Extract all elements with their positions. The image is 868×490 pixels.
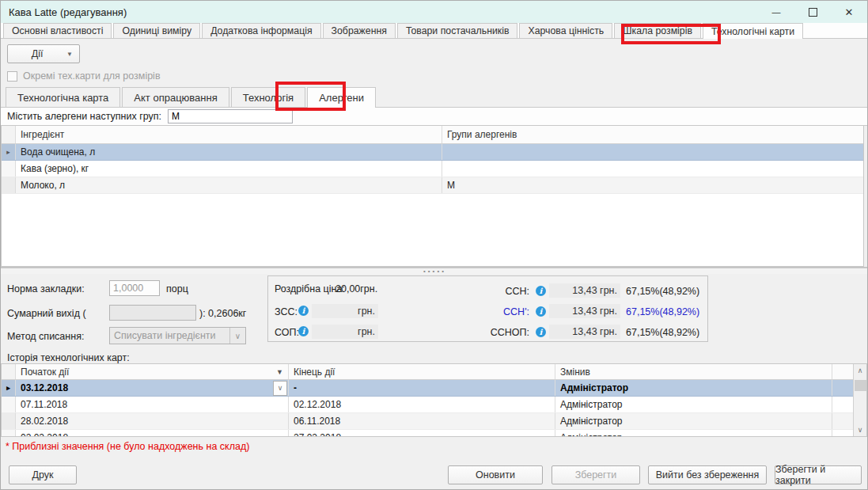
- column-header-ingredient[interactable]: Інгредієнт: [16, 126, 442, 143]
- ssn-value-field: 13,43 грн.: [549, 283, 620, 298]
- minimize-button[interactable]: —: [758, 1, 794, 23]
- checkbox-icon[interactable]: [7, 71, 17, 82]
- inner-tab-strip: Технологічна карта Акт опрацювання Техно…: [1, 86, 868, 108]
- tab-size-scale[interactable]: Шкала розмірів: [614, 23, 701, 38]
- info-icon[interactable]: i: [298, 326, 309, 336]
- top-tab-strip: Основні властивості Одиниці виміру Додат…: [1, 23, 868, 39]
- history-end-date: -: [289, 380, 555, 396]
- ssnop-percent: 67,15%(48,92%): [626, 327, 699, 338]
- history-table-header: Початок дії ▼ Кінець дії Змінив: [2, 364, 853, 380]
- history-start-date: 03.12.2018: [21, 382, 68, 393]
- column-header-end-date[interactable]: Кінець дії: [289, 364, 555, 379]
- table-row[interactable]: 28.02.2018 06.11.2018 Адміністратор: [2, 413, 853, 430]
- exit-without-saving-button[interactable]: Вийти без збереження: [648, 465, 767, 484]
- scrollbar-thumb[interactable]: [855, 380, 866, 391]
- history-table-body: Початок дії ▼ Кінець дії Змінив ▸ 03.12.…: [2, 364, 853, 436]
- ingredient-allergens: М: [442, 177, 863, 193]
- ingredients-table-header: Інгредієнт Групи алергенів: [2, 126, 863, 144]
- history-changed-by: Адміністратор: [555, 397, 832, 412]
- history-table: Початок дії ▼ Кінець дії Змінив ▸ 03.12.…: [1, 363, 867, 437]
- close-button[interactable]: ✕: [831, 1, 867, 23]
- print-button[interactable]: Друк: [9, 465, 77, 484]
- tab-additional-info[interactable]: Додаткова інформація: [202, 23, 320, 38]
- tab-units[interactable]: Одиниці виміру: [113, 23, 200, 38]
- table-row[interactable]: Молоко, л М: [2, 177, 863, 194]
- info-icon[interactable]: i: [536, 286, 546, 296]
- history-changed-by: Адміністратор: [555, 380, 832, 396]
- window-controls: — ✕: [758, 1, 867, 23]
- header-marker-cell: [2, 126, 16, 143]
- tab-allergens[interactable]: Алергени: [307, 87, 376, 108]
- tab-processing-act[interactable]: Акт опрацювання: [122, 87, 229, 107]
- table-row[interactable]: ▸ Вода очищена, л: [2, 144, 863, 161]
- row-spacer-cell: [832, 430, 853, 437]
- table-row[interactable]: 02.02.2018 27.02.2018 Адміністратор: [2, 430, 853, 437]
- ssn-prime-value-field: 13,43 грн.: [549, 304, 620, 318]
- tab-tech-card[interactable]: Технологічна карта: [6, 87, 120, 107]
- table-row[interactable]: 07.11.2018 02.12.2018 Адміністратор: [2, 397, 853, 413]
- row-spacer-cell: [832, 413, 853, 429]
- portion-norm-input[interactable]: [109, 280, 160, 296]
- zss-value-field: грн.: [312, 304, 378, 318]
- table-row[interactable]: Кава (зерно), кг: [2, 161, 863, 177]
- history-start-date: 28.02.2018: [16, 413, 289, 429]
- retail-price-value: 20,00грн.: [335, 283, 377, 294]
- row-marker-cell: [2, 413, 16, 429]
- ssnop-value-field: 13,43 грн.: [549, 325, 620, 339]
- allergen-filter-row: Містить алергени наступних груп:: [1, 108, 868, 126]
- history-end-date: 06.11.2018: [289, 413, 555, 429]
- save-button: Зберегти: [552, 465, 640, 484]
- tab-supplier-goods[interactable]: Товари постачальників: [397, 23, 518, 38]
- save-and-close-button[interactable]: Зберегти й закрити: [775, 465, 862, 484]
- window-title: Кава Latte (редагування): [9, 6, 127, 18]
- ssn-percent: 67,15%(48,92%): [626, 286, 699, 297]
- row-marker-icon: ▸: [2, 380, 16, 396]
- info-icon[interactable]: i: [298, 306, 309, 316]
- scroll-down-icon[interactable]: ∨: [854, 424, 866, 436]
- sop-value-field: грн.: [312, 325, 378, 339]
- tab-tech-cards[interactable]: Технологічні карти: [703, 23, 803, 39]
- refresh-button[interactable]: Оновити: [448, 465, 543, 484]
- retail-price-label: Роздрібна ціна:: [275, 283, 345, 294]
- ingredients-table: Інгредієнт Групи алергенів ▸ Вода очищен…: [1, 126, 864, 267]
- info-icon[interactable]: i: [536, 327, 546, 337]
- filter-dropdown-icon[interactable]: ▼: [276, 368, 283, 376]
- row-marker-cell: [2, 397, 16, 412]
- date-combo-button[interactable]: ∨: [273, 381, 287, 396]
- column-header-start-date[interactable]: Початок дії ▼: [16, 364, 289, 379]
- history-title: Історія технологічних карт:: [7, 352, 130, 363]
- history-start-date-cell: 03.12.2018 ∨: [16, 380, 289, 396]
- tab-nutrition[interactable]: Харчова цінність: [519, 23, 612, 38]
- horizontal-splitter[interactable]: •••••: [1, 267, 868, 274]
- history-start-date: 02.02.2018: [16, 430, 289, 437]
- ssnop-label: ССНОП:: [458, 327, 529, 338]
- writeoff-method-label: Метод списання:: [7, 331, 84, 342]
- ssn-prime-label: ССН':: [458, 306, 529, 317]
- chevron-down-icon: ∨: [229, 328, 245, 344]
- ssn-label: ССН:: [458, 286, 529, 297]
- table-row[interactable]: ▸ 03.12.2018 ∨ - Адміністратор: [2, 380, 853, 397]
- actions-dropdown-button[interactable]: Дії ▼: [7, 44, 80, 63]
- allergen-groups-input[interactable]: [168, 109, 293, 123]
- maximize-button[interactable]: [794, 1, 831, 23]
- ssn-prime-percent[interactable]: 67,15%(48,92%): [626, 306, 699, 317]
- column-header-allergen-groups[interactable]: Групи алергенів: [442, 126, 863, 143]
- sop-label: СОП:: [275, 327, 299, 338]
- vertical-scrollbar[interactable]: ∧ ∨: [853, 364, 866, 436]
- tab-main-properties[interactable]: Основні властивості: [3, 23, 112, 38]
- column-header-changed-by[interactable]: Змінив: [555, 364, 832, 379]
- history-start-date: 07.11.2018: [16, 397, 289, 412]
- tab-images[interactable]: Зображення: [323, 23, 396, 38]
- header-marker-cell: [2, 364, 16, 379]
- scroll-up-icon[interactable]: ∧: [854, 364, 866, 377]
- checkbox-label: Окремі тех.карти для розмірів: [23, 70, 161, 82]
- total-yield-value: ): 0,2606кг: [199, 308, 246, 319]
- splitter-grip-icon: •••••: [423, 269, 446, 273]
- ingredient-allergens: [442, 161, 863, 177]
- portion-unit-label: порц: [166, 283, 188, 294]
- ingredient-name: Молоко, л: [16, 177, 442, 193]
- history-changed-by: Адміністратор: [555, 413, 832, 429]
- info-icon[interactable]: i: [536, 306, 546, 317]
- chevron-down-icon: ▼: [66, 51, 73, 58]
- tab-technology[interactable]: Технологія: [231, 87, 305, 107]
